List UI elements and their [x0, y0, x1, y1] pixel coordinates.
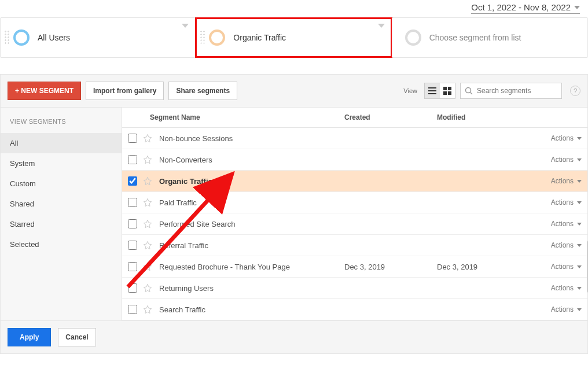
chevron-down-icon	[378, 24, 385, 28]
chevron-down-icon	[577, 201, 582, 204]
segment-name: Search Traffic	[159, 305, 344, 314]
star-icon[interactable]	[143, 219, 152, 228]
actions-label: Actions	[551, 134, 574, 142]
svg-rect-5	[443, 91, 447, 95]
row-checkbox[interactable]	[128, 219, 137, 228]
star-icon[interactable]	[143, 155, 152, 164]
row-checkbox[interactable]	[128, 241, 137, 250]
segment-name: Paid Traffic	[159, 198, 344, 207]
row-checkbox[interactable]	[128, 176, 137, 186]
date-range-label: Oct 1, 2022 - Nov 8, 2022	[471, 2, 571, 12]
chevron-down-icon	[577, 265, 582, 268]
star-icon[interactable]	[143, 283, 152, 293]
apply-button[interactable]: Apply	[8, 328, 51, 346]
segment-name: Organic Traffic	[159, 177, 344, 186]
row-actions-menu[interactable]: Actions	[530, 284, 582, 292]
new-segment-button[interactable]: + NEW SEGMENT	[8, 82, 81, 100]
row-actions-menu[interactable]: Actions	[530, 241, 582, 249]
segment-chip-all-users[interactable]: All Users	[1, 18, 196, 57]
sidebar-item-custom[interactable]: Custom	[1, 174, 122, 194]
cancel-button[interactable]: Cancel	[58, 328, 95, 346]
grid-icon	[443, 87, 451, 95]
segment-ring-icon	[13, 29, 30, 46]
svg-rect-6	[448, 91, 451, 95]
segment-name: Referral Traffic	[159, 241, 344, 250]
segment-modified: Dec 3, 2019	[437, 263, 530, 271]
chevron-down-icon	[577, 244, 582, 247]
sidebar-item-system[interactable]: System	[1, 153, 122, 174]
import-gallery-button[interactable]: Import from gallery	[86, 82, 164, 100]
table-row: Non-ConvertersActions	[122, 149, 587, 171]
sidebar-heading: VIEW SEGMENTS	[1, 116, 122, 133]
panel-footer: Apply Cancel	[1, 320, 587, 353]
table-row: Referral TrafficActions	[122, 235, 587, 256]
actions-label: Actions	[551, 198, 574, 206]
actions-label: Actions	[551, 241, 574, 249]
svg-rect-0	[428, 87, 436, 88]
segment-name: Requested Brochure - Thank You Page	[159, 263, 344, 271]
view-list-button[interactable]	[425, 83, 440, 98]
segment-chip-label: Organic Traffic	[233, 33, 286, 42]
search-input[interactable]	[460, 83, 562, 99]
svg-rect-2	[428, 93, 436, 94]
segment-sidebar: VIEW SEGMENTS AllSystemCustomSharedStarr…	[1, 108, 122, 320]
row-actions-menu[interactable]: Actions	[530, 305, 582, 313]
row-checkbox[interactable]	[128, 305, 137, 314]
table-row: Search TrafficActions	[122, 299, 587, 320]
table-row: Paid TrafficActions	[122, 192, 587, 213]
row-checkbox[interactable]	[128, 155, 137, 164]
sidebar-item-selected[interactable]: Selected	[1, 234, 122, 254]
svg-rect-3	[443, 87, 447, 90]
segment-toolbar: + NEW SEGMENT Import from gallery Share …	[1, 75, 587, 107]
segment-chip-organic-traffic[interactable]: Organic Traffic	[196, 18, 391, 57]
share-segments-button[interactable]: Share segments	[168, 82, 237, 100]
drag-handle-icon	[200, 30, 205, 45]
search-icon	[465, 87, 473, 95]
view-grid-button[interactable]	[440, 83, 455, 98]
row-checkbox[interactable]	[128, 283, 137, 293]
star-icon[interactable]	[143, 262, 152, 271]
row-actions-menu[interactable]: Actions	[530, 220, 582, 228]
col-header-modified: Modified	[437, 113, 530, 121]
segment-name: Non-bounce Sessions	[159, 134, 344, 143]
row-actions-menu[interactable]: Actions	[530, 156, 582, 164]
segment-chip-label: Choose segment from list	[429, 33, 521, 42]
segment-chip-choose[interactable]: Choose segment from list	[392, 18, 587, 57]
table-row: Organic TrafficActions	[122, 171, 587, 192]
row-actions-menu[interactable]: Actions	[530, 198, 582, 206]
star-icon[interactable]	[143, 176, 152, 186]
row-checkbox[interactable]	[128, 134, 137, 143]
segment-panel: + NEW SEGMENT Import from gallery Share …	[0, 74, 588, 354]
segment-ring-icon	[209, 29, 225, 46]
view-toggle	[424, 83, 455, 99]
chevron-down-icon	[577, 180, 582, 183]
table-row: Non-bounce SessionsActions	[122, 128, 587, 149]
view-label: View	[403, 87, 417, 94]
sidebar-item-starred[interactable]: Starred	[1, 214, 122, 234]
row-actions-menu[interactable]: Actions	[530, 263, 582, 271]
date-range-picker[interactable]: Oct 1, 2022 - Nov 8, 2022	[471, 2, 580, 14]
table-row: Performed Site SearchActions	[122, 213, 587, 235]
row-checkbox[interactable]	[128, 262, 137, 271]
svg-line-8	[471, 93, 473, 95]
sidebar-item-shared[interactable]: Shared	[1, 194, 122, 214]
chevron-down-icon	[182, 24, 189, 28]
star-icon[interactable]	[143, 198, 152, 207]
star-icon[interactable]	[143, 305, 152, 314]
row-checkbox[interactable]	[128, 198, 137, 207]
star-icon[interactable]	[143, 241, 152, 250]
help-button[interactable]: ?	[570, 86, 580, 96]
segment-name: Non-Converters	[159, 156, 344, 164]
svg-rect-1	[428, 90, 436, 91]
actions-label: Actions	[551, 263, 574, 271]
segment-ring-icon	[405, 29, 421, 46]
row-actions-menu[interactable]: Actions	[530, 177, 582, 185]
star-icon[interactable]	[143, 134, 152, 143]
row-actions-menu[interactable]: Actions	[530, 134, 582, 142]
sidebar-item-all[interactable]: All	[1, 133, 122, 153]
actions-label: Actions	[551, 220, 574, 228]
segment-created: Dec 3, 2019	[344, 263, 437, 271]
col-header-name: Segment Name	[150, 113, 344, 121]
segment-name: Returning Users	[159, 284, 344, 293]
segment-chip-row: All Users Organic Traffic Choose segment…	[0, 17, 588, 58]
